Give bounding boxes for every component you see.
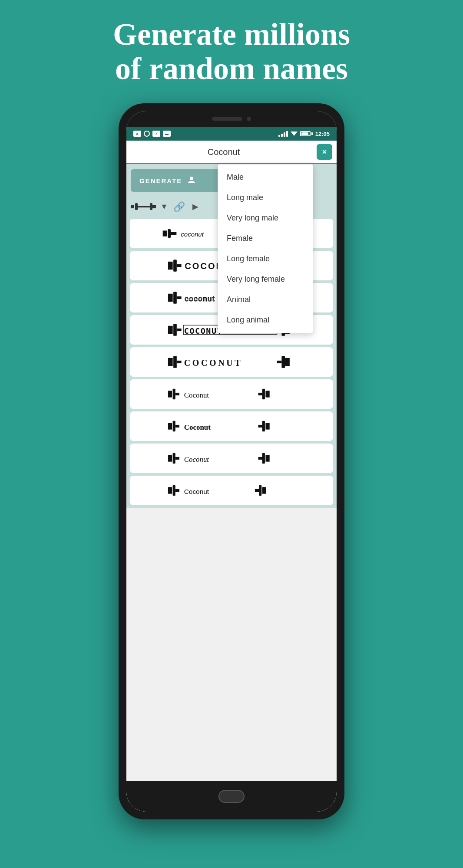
svg-rect-5 <box>150 203 152 210</box>
barbell-svg-8: Coconut <box>134 450 329 467</box>
svg-text:coconut: coconut <box>181 230 204 238</box>
home-button[interactable] <box>218 790 245 803</box>
preview-item-7[interactable]: Coconut <box>130 411 333 441</box>
svg-rect-22 <box>168 294 173 302</box>
svg-rect-55 <box>258 425 262 427</box>
search-input[interactable] <box>131 147 317 157</box>
svg-rect-46 <box>175 393 179 395</box>
camera <box>247 117 251 121</box>
svg-text:coconut: coconut <box>185 295 215 303</box>
status-icon-check: ✓ <box>152 131 160 137</box>
phone-bottom <box>126 781 337 812</box>
svg-rect-29 <box>168 326 173 334</box>
svg-rect-23 <box>173 292 177 304</box>
svg-rect-9 <box>168 229 171 238</box>
barbell-svg-5: COCONUT <box>134 353 329 371</box>
status-icons-right: 12:05 <box>278 131 330 137</box>
phone-top-bar <box>126 111 337 127</box>
svg-rect-16 <box>173 260 177 272</box>
svg-rect-64 <box>265 455 269 462</box>
svg-rect-62 <box>258 457 262 460</box>
svg-rect-52 <box>173 421 175 432</box>
barbell-svg-6: Coconut <box>134 385 329 403</box>
status-icon-circle <box>144 131 150 137</box>
dropdown-item-very-long-female[interactable]: Very long female <box>218 269 313 289</box>
barbell-svg-7: Coconut <box>134 418 329 435</box>
svg-rect-8 <box>163 231 167 237</box>
svg-text:Coconut: Coconut <box>184 391 209 399</box>
dropdown-item-female[interactable]: Female <box>218 228 313 249</box>
app-body: × GENERATE Male Long m <box>126 141 337 781</box>
speaker <box>212 117 242 121</box>
svg-text:COCONUT: COCONUT <box>184 327 223 336</box>
svg-text:🔗: 🔗 <box>173 201 185 213</box>
dropdown-item-very-long-male[interactable]: Very long male <box>218 208 313 228</box>
svg-rect-42 <box>281 356 285 368</box>
svg-rect-41 <box>277 361 282 363</box>
dropdown-item-animal[interactable]: Animal <box>218 289 313 310</box>
status-icon-a: A <box>133 131 141 137</box>
svg-rect-50 <box>265 391 269 398</box>
svg-rect-60 <box>175 457 179 460</box>
svg-rect-24 <box>177 296 182 299</box>
dropdown-item-long-animal[interactable]: Long animal <box>218 310 313 330</box>
search-bar: × <box>126 141 337 164</box>
generate-button[interactable]: GENERATE <box>131 169 222 192</box>
svg-rect-4 <box>138 206 150 207</box>
headline: Generate millions of random names <box>0 0 463 99</box>
barbell-left-icon <box>131 201 157 213</box>
dropdown-item-long-female[interactable]: Long female <box>218 249 313 269</box>
link-icon[interactable]: 🔗 <box>172 201 189 213</box>
svg-rect-56 <box>262 421 265 432</box>
arrow-down-icon[interactable]: ▼ <box>160 202 168 211</box>
dropdown-item-long-male[interactable]: Long male <box>218 187 313 208</box>
headline-line2: of random names <box>115 51 348 86</box>
clear-button[interactable]: × <box>317 144 332 160</box>
svg-text:Coconut: Coconut <box>184 455 210 464</box>
svg-rect-45 <box>173 389 175 400</box>
status-icons-left: A ✓ ▬ <box>133 131 171 137</box>
signal-icon <box>278 131 288 137</box>
preview-item-5[interactable]: COCONUT <box>130 347 333 377</box>
arrow-right-icon[interactable]: ▶ <box>192 202 198 211</box>
dropdown-menu: Male Long male Very long male Female Lon… <box>218 164 313 333</box>
generate-label: GENERATE <box>139 177 182 184</box>
svg-rect-2 <box>131 205 134 208</box>
svg-rect-65 <box>168 487 172 494</box>
svg-text:Coconut: Coconut <box>184 488 209 495</box>
dropdown-item-male[interactable]: Male <box>218 167 313 187</box>
preview-item-9[interactable]: Coconut <box>130 476 333 505</box>
svg-rect-67 <box>175 489 179 492</box>
status-time: 12:05 <box>315 131 330 137</box>
svg-rect-6 <box>152 205 156 208</box>
battery-icon <box>300 131 313 136</box>
svg-text:COCONUT: COCONUT <box>184 358 243 368</box>
svg-rect-38 <box>173 356 177 368</box>
svg-rect-69 <box>255 489 259 492</box>
headline-line1: Generate millions <box>113 17 350 52</box>
svg-rect-30 <box>173 324 177 336</box>
svg-rect-39 <box>177 361 182 363</box>
person-icon <box>186 175 197 186</box>
svg-rect-58 <box>168 455 172 462</box>
svg-rect-37 <box>168 358 173 366</box>
svg-text:Coconut: Coconut <box>184 423 211 431</box>
svg-point-1 <box>190 177 193 180</box>
svg-rect-63 <box>262 453 265 464</box>
preview-item-8[interactable]: Coconut <box>130 444 333 473</box>
svg-rect-51 <box>168 423 172 430</box>
wifi-icon <box>291 131 298 137</box>
svg-rect-57 <box>265 423 269 430</box>
svg-rect-53 <box>175 425 179 427</box>
svg-rect-59 <box>173 453 175 464</box>
svg-rect-15 <box>168 262 173 270</box>
preview-item-6[interactable]: Coconut <box>130 379 333 409</box>
svg-rect-17 <box>177 264 182 267</box>
svg-rect-31 <box>177 329 182 331</box>
status-icon-card: ▬ <box>163 131 171 137</box>
svg-rect-43 <box>285 358 290 366</box>
phone-wrapper: A ✓ ▬ <box>0 103 463 819</box>
svg-marker-0 <box>291 132 298 136</box>
svg-rect-71 <box>262 487 266 494</box>
svg-rect-44 <box>168 391 172 398</box>
